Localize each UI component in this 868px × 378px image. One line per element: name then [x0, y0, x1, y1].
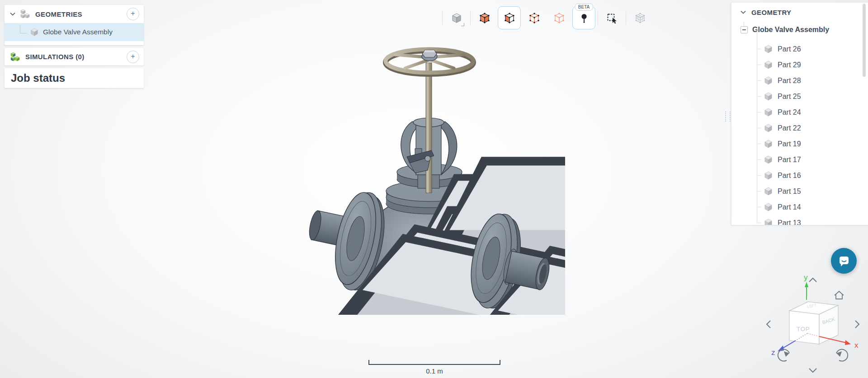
simulations-card: SIMULATIONS (0) +: [5, 48, 144, 65]
globe-valve-3d-model[interactable]: [294, 38, 565, 315]
part-label: Part 19: [778, 140, 801, 148]
collapse-expander-icon[interactable]: [741, 26, 748, 33]
home-view-icon[interactable]: [835, 291, 844, 299]
probe-point-button[interactable]: BETA: [572, 6, 595, 29]
part-tree-item[interactable]: Part 13: [731, 215, 868, 225]
geometry-item-globe-valve-assembly[interactable]: Globe Valve Assembly: [5, 23, 144, 41]
part-label: Part 14: [778, 203, 801, 211]
part-cube-icon: [764, 92, 773, 101]
part-tree-item[interactable]: Part 22: [731, 120, 868, 136]
select-edges-button[interactable]: [523, 6, 546, 29]
part-cube-icon: [764, 124, 773, 132]
select-faces-button[interactable]: [498, 6, 521, 29]
part-tree-item[interactable]: Part 16: [731, 168, 868, 183]
part-label: Part 26: [778, 45, 801, 53]
part-cube-icon: [764, 203, 773, 211]
beta-badge: BETA: [575, 3, 593, 11]
view-solid-cube-icon: [451, 12, 462, 24]
geometries-header: GEOMETRIES: [35, 10, 82, 18]
select-vertices-button[interactable]: [547, 6, 571, 29]
select-edges-cube-icon: [528, 12, 540, 24]
part-cube-icon: [764, 61, 773, 69]
toolbar-separator: [598, 11, 598, 25]
rotate-down-chevron[interactable]: [809, 369, 816, 372]
part-tree-item[interactable]: Part 14: [731, 199, 868, 215]
part-label: Part 15: [778, 187, 801, 196]
part-label: Part 13: [778, 219, 801, 226]
navigation-cube[interactable]: y TOP BACK LEFT x z: [760, 267, 865, 376]
probe-point-icon: [578, 12, 590, 24]
rotate-right-chevron[interactable]: [855, 321, 859, 328]
rotate-left-chevron[interactable]: [767, 321, 770, 328]
part-label: Part 16: [778, 172, 801, 180]
part-tree-item[interactable]: Part 19: [731, 136, 868, 152]
select-vertices-cube-icon: [553, 12, 565, 24]
geometry-item-label: Globe Valve Assembly: [43, 28, 113, 36]
part-cube-icon: [764, 155, 773, 164]
view-solid-cube-button[interactable]: [445, 6, 468, 29]
geometry-panel-header: GEOMETRY: [751, 9, 791, 16]
part-tree-item[interactable]: Part 25: [731, 89, 868, 104]
scale-bar-label: 0.1 m: [368, 367, 500, 375]
toolbar-separator: [626, 11, 626, 25]
part-tree-item[interactable]: Part 29: [731, 57, 868, 73]
scale-bar-line: [368, 360, 500, 365]
dropdown-corner-indicator: [461, 23, 464, 26]
geometry-cube-icon: [30, 28, 38, 36]
toolbar-separator: [442, 11, 443, 25]
chevron-down-icon[interactable]: [741, 10, 746, 14]
viewport-toolbar: BETA: [441, 6, 652, 29]
axis-z-label: z: [771, 348, 775, 357]
rotate-up-chevron[interactable]: [809, 278, 816, 282]
chat-bubble-icon: [837, 254, 851, 268]
chevron-down-icon[interactable]: [10, 12, 15, 16]
part-cube-icon: [764, 45, 773, 53]
geometries-header-row[interactable]: GEOMETRIES +: [5, 5, 144, 23]
support-chat-button[interactable]: [831, 248, 857, 274]
part-label: Part 22: [778, 124, 801, 132]
part-cube-icon: [764, 187, 773, 196]
add-geometry-button[interactable]: +: [127, 8, 139, 20]
geometry-panel-header-row[interactable]: GEOMETRY: [731, 3, 868, 22]
tree-elbow-connector: [20, 25, 27, 33]
part-label: Part 17: [778, 156, 801, 164]
part-cube-icon: [764, 219, 773, 225]
panel-resize-handle[interactable]: [725, 112, 731, 121]
part-cube-icon: [764, 76, 773, 85]
nav-cube-body[interactable]: TOP BACK LEFT: [789, 302, 838, 344]
cube-face-front-label[interactable]: TOP: [797, 326, 810, 332]
part-tree-item[interactable]: Part 24: [731, 104, 868, 120]
roll-cw-button[interactable]: [836, 350, 848, 361]
add-simulation-button[interactable]: +: [127, 51, 139, 63]
part-tree-item[interactable]: Part 26: [731, 41, 868, 57]
geometries-card: GEOMETRIES + Globe Valve Assembly: [5, 5, 144, 45]
axis-y-label: y: [804, 273, 808, 282]
box-select-button[interactable]: [600, 6, 623, 29]
job-status-card[interactable]: Job status: [5, 68, 144, 88]
tree-root-row[interactable]: Globe Valve Assembly: [731, 23, 868, 37]
part-tree-item[interactable]: Part 17: [731, 152, 868, 168]
geometries-icon: [20, 9, 31, 19]
part-tree-item[interactable]: Part 15: [731, 183, 868, 199]
simulations-header: SIMULATIONS (0): [25, 53, 85, 61]
geometry-tree-panel: GEOMETRY Globe Valve Assembly Part 26 Pa…: [731, 3, 868, 225]
select-faces-cube-icon: [504, 12, 515, 24]
select-volumes-cube-icon: [479, 12, 491, 24]
mesh-visibility-button[interactable]: [628, 6, 651, 29]
axis-x-label: x: [854, 341, 859, 350]
part-label: Part 24: [778, 108, 801, 117]
simulations-header-row[interactable]: SIMULATIONS (0) +: [5, 48, 144, 65]
tree-root-label: Globe Valve Assembly: [752, 26, 829, 34]
part-cube-icon: [764, 171, 773, 180]
part-tree-item[interactable]: Part 28: [731, 73, 868, 89]
part-label: Part 29: [778, 61, 801, 69]
roll-ccw-button[interactable]: [778, 350, 789, 361]
box-select-icon: [606, 12, 618, 24]
application-window: GEOMETRIES + Globe Valve Assembly SIMULA…: [0, 0, 868, 378]
part-cube-icon: [764, 140, 773, 148]
panel-scrollbar-thumb[interactable]: [863, 4, 866, 77]
part-label: Part 28: [778, 77, 801, 85]
select-volumes-button[interactable]: [473, 6, 496, 29]
simulations-icon: [10, 52, 21, 62]
scale-bar: 0.1 m: [368, 360, 500, 375]
